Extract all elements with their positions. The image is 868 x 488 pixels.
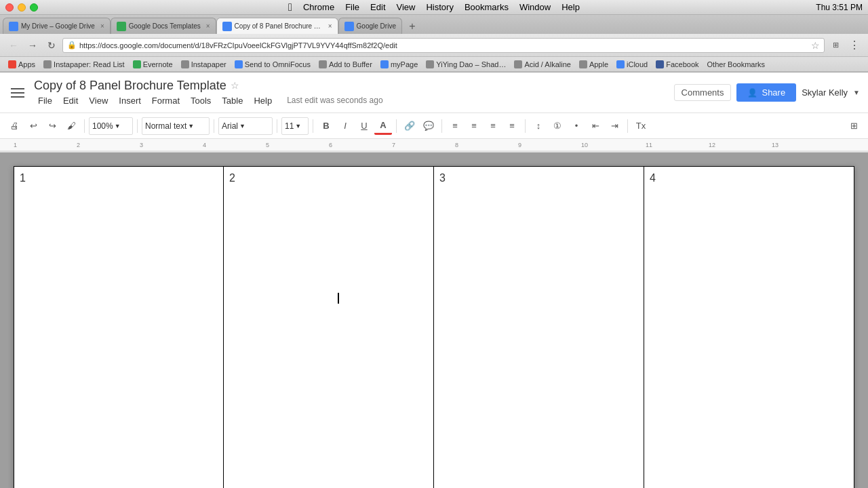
back-button[interactable]: ← [5,37,22,54]
underline-button[interactable]: U [355,117,373,135]
bookmark-favicon [133,60,141,68]
bookmark-icloud[interactable]: iCloud [614,60,650,69]
user-account[interactable]: Skylar Kelly [802,87,848,98]
align-right-button[interactable]: ≡ [484,117,502,135]
font-select[interactable]: Arial ▼ [218,117,273,135]
numbered-list-button[interactable]: ① [549,117,566,135]
user-chevron-icon[interactable]: ▼ [853,89,860,96]
decrease-indent-button[interactable]: ⇤ [587,117,604,135]
comments-button[interactable]: Comments [674,84,732,101]
bookmarks-menu[interactable]: Bookmarks [465,2,509,12]
bookmark-instapaper2[interactable]: Instapaper [178,60,229,69]
bookmark-buffer[interactable]: Add to Buffer [316,60,375,69]
new-tab-button[interactable]: + [405,19,420,34]
minimize-button[interactable] [18,3,26,12]
align-center-button[interactable]: ≡ [465,117,483,135]
window-menu[interactable]: Window [519,2,551,12]
tab-close-icon[interactable]: × [206,22,210,30]
docs-edit-menu[interactable]: Edit [59,94,82,107]
doc-panel-3[interactable]: 3 [434,166,644,488]
reload-button[interactable]: ↻ [43,37,60,54]
comment-button[interactable]: 💬 [420,117,437,135]
tab-label: Copy of 8 Panel Brochure Template [235,22,323,30]
svg-text:8: 8 [455,142,458,148]
paint-format-button[interactable]: 🖌 [62,117,80,135]
view-menu[interactable]: View [397,2,416,12]
forward-button[interactable]: → [24,37,41,54]
svg-text:11: 11 [646,142,652,148]
redo-button[interactable]: ↪ [43,117,61,135]
font-size-select[interactable]: 11 ▼ [281,117,309,135]
chrome-menu[interactable]: Chrome [303,2,334,12]
tab-my-drive[interactable]: My Drive – Google Drive × [3,18,111,34]
document-title[interactable]: Copy of 8 Panel Brochure Template [34,79,226,93]
print-button[interactable]: 🖨 [5,117,23,135]
text-color-button[interactable]: A [374,117,392,135]
close-button[interactable] [5,3,14,12]
docs-help-menu[interactable]: Help [250,94,276,107]
tab-brochure[interactable]: Copy of 8 Panel Brochure Template × [216,18,338,34]
style-select[interactable]: Normal text ▼ [142,117,210,135]
align-left-button[interactable]: ≡ [446,117,464,135]
tab-close-icon[interactable]: × [100,22,104,30]
history-menu[interactable]: History [426,2,453,12]
doc-panel-1[interactable]: 1 [14,166,224,488]
increase-indent-button[interactable]: ⇥ [606,117,623,135]
help-menu[interactable]: Help [561,2,580,12]
edit-menu[interactable]: Edit [370,2,385,12]
italic-button[interactable]: I [336,117,354,135]
bookmark-instapaper[interactable]: Instapaper: Read List [41,60,127,69]
bookmark-favicon [380,60,389,68]
docs-tools-menu[interactable]: Tools [186,94,215,107]
bulleted-list-button[interactable]: • [568,117,585,135]
toolbar-divider [441,119,442,133]
tab-google-drive[interactable]: Google Drive [338,18,402,34]
docs-insert-menu[interactable]: Insert [115,94,145,107]
settings-icon[interactable]: ⋮ [846,37,863,54]
zoom-select[interactable]: 100% ▼ [89,117,133,135]
address-bar[interactable]: 🔒 https://docs.google.com/document/d/18v… [62,38,825,53]
justify-button[interactable]: ≡ [503,117,521,135]
bookmark-label: Instapaper [191,60,226,68]
star-document-icon[interactable]: ☆ [231,80,239,91]
star-icon[interactable]: ☆ [811,40,820,51]
doc-panel-2[interactable]: 2 [224,166,434,488]
svg-text:12: 12 [709,142,715,148]
bookmark-omnifocus[interactable]: Send to OmniFocus [232,60,313,69]
tab-templates[interactable]: Google Docs Templates × [111,18,216,34]
traffic-lights [5,3,38,12]
file-menu[interactable]: File [345,2,359,12]
more-options-button[interactable]: ⊞ [845,117,863,135]
bookmark-label: Evernote [143,60,173,68]
docs-table-menu[interactable]: Table [218,94,247,107]
apple-menu[interactable]:  [288,1,292,14]
bookmark-favicon [616,60,625,68]
maximize-button[interactable] [30,3,38,12]
tab-close-icon[interactable]: × [328,22,332,30]
extensions-button[interactable]: ⊞ [827,37,844,54]
clear-formatting-button[interactable]: Tx [632,117,650,135]
docs-hamburger-menu[interactable] [8,83,28,103]
bookmark-apple[interactable]: Apple [576,60,611,69]
line-spacing-button[interactable]: ↕ [530,117,547,135]
doc-panel-4[interactable]: 4 [644,166,854,488]
docs-file-menu[interactable]: File [34,94,56,107]
toolbar-divider [137,119,138,133]
docs-view-menu[interactable]: View [85,94,112,107]
link-button[interactable]: 🔗 [401,117,418,135]
bookmark-other[interactable]: Other Bookmarks [705,60,768,69]
bookmark-yiying[interactable]: YiYing Dao – Shad… [423,60,509,69]
bookmark-acid[interactable]: Acid / Alkaline [511,60,573,69]
bold-button[interactable]: B [317,117,335,135]
toolbar-divider [84,119,85,133]
bookmark-evernote[interactable]: Evernote [130,60,176,69]
undo-button[interactable]: ↩ [24,117,42,135]
bookmark-apps[interactable]: Apps [5,60,38,69]
docs-format-menu[interactable]: Format [148,94,184,107]
url-text: https://docs.google.com/document/d/18vFR… [79,41,808,49]
bookmark-facebook[interactable]: Facebook [653,60,701,69]
share-button[interactable]: 👤 Share [736,83,796,102]
bookmark-mypage[interactable]: myPage [378,60,420,69]
bookmark-label: Add to Buffer [329,60,372,68]
toolbar-divider [313,119,313,133]
